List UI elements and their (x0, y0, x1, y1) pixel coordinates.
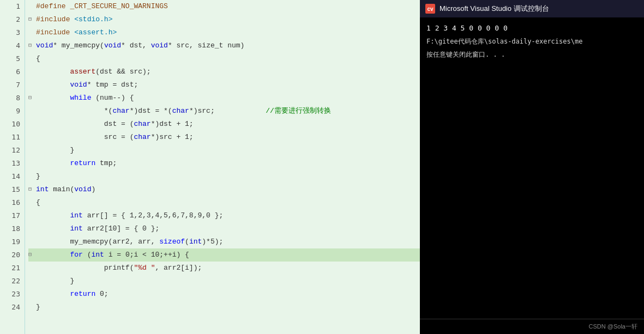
code-token: return (70, 288, 95, 301)
code-token: * dst, (121, 39, 151, 52)
code-token: #include (36, 13, 74, 26)
line-number-9: 9 (0, 105, 25, 118)
line-number-18: 18 (0, 222, 25, 235)
code-line-11: src = (char*)src + 1; (28, 131, 420, 144)
code-token: src = ( (36, 131, 134, 144)
code-token: main( (49, 183, 74, 196)
console-output-numbers: 1 2 3 4 5 0 0 0 0 0 (426, 23, 637, 34)
code-token (36, 78, 70, 92)
line-number-16: 16 (0, 196, 25, 209)
fold-button-8[interactable]: ⊟ (28, 92, 35, 105)
fold-button-2[interactable]: ⊟ (28, 13, 35, 26)
code-token: *)dst = *( (130, 105, 172, 118)
code-token: * my_memcpy( (53, 39, 104, 52)
code-token: i = 0;i < 10;++i) { (104, 248, 189, 262)
fold-button-15[interactable]: ⊟ (28, 183, 35, 196)
code-token: char (112, 105, 129, 118)
code-token: "%d " (134, 262, 155, 275)
code-token: while (70, 92, 91, 105)
code-line-16: { (28, 196, 420, 209)
code-line-20: ⊟ for (int i = 0;i < 10;++i) { (28, 248, 420, 262)
code-line-15: ⊟ int main(void) (28, 183, 420, 196)
code-area: 123456789101112131415161718192021222324 … (0, 0, 420, 334)
code-token: dst = ( (36, 118, 134, 131)
code-token: ) (91, 183, 95, 196)
code-token (36, 157, 70, 170)
line-number-20: 20 (0, 248, 25, 262)
code-token: void (74, 183, 91, 196)
code-token: ( (185, 235, 189, 248)
editor-panel: 123456789101112131415161718192021222324 … (0, 0, 420, 334)
console-footer: CSDN @Sola一轩 (420, 319, 644, 334)
code-token: my_memcpy(arr2, arr, (36, 235, 159, 248)
code-token: } (36, 170, 40, 183)
line-number-8: 8 (0, 92, 25, 105)
code-line-3: #include <assert.h> (28, 26, 420, 39)
code-token: #define _CRT_SECURE_NO_WARNINGS (36, 0, 168, 13)
code-token: return (70, 157, 95, 170)
code-token: { (36, 196, 40, 209)
line-number-24: 24 (0, 301, 25, 314)
code-token: ( (83, 248, 92, 262)
code-token: char (134, 118, 151, 131)
code-line-9: *(char*)dst = *(char*)src; //需要进行强制转换 (28, 105, 420, 118)
line-number-22: 22 (0, 275, 25, 288)
line-number-14: 14 (0, 170, 25, 183)
code-token: void (104, 39, 121, 52)
code-line-2: ⊟ #include <stdio.h> (28, 13, 420, 26)
console-title-bar: cv Microsoft Visual Studio 调试控制台 (420, 0, 644, 17)
code-token: tmp; (95, 157, 117, 170)
line-number-7: 7 (0, 78, 25, 92)
code-line-19: my_memcpy(arr2, arr, sizeof(int)*5); (28, 235, 420, 248)
code-line-24: } (28, 301, 420, 314)
code-token: *)src; (189, 105, 215, 118)
line-number-5: 5 (0, 52, 25, 65)
code-token: } (36, 144, 74, 157)
code-token: //需要进行强制转换 (215, 105, 331, 118)
line-number-12: 12 (0, 144, 25, 157)
code-token: int (91, 248, 104, 262)
console-path: F:\gitee代码仓库\solas-daily-exercises\me (426, 36, 637, 47)
line-number-11: 11 (0, 131, 25, 144)
code-line-17: int arr[] = { 1,2,3,4,5,6,7,8,9,0 }; (28, 209, 420, 222)
code-token: void (70, 78, 87, 92)
code-token: #include (36, 26, 74, 39)
fold-button-4[interactable]: ⊟ (28, 39, 35, 52)
code-token: *( (36, 105, 112, 118)
line-number-4: 4 (0, 39, 25, 52)
code-token: void (36, 39, 53, 52)
code-line-21: printf("%d ", arr2[i]); (28, 262, 420, 275)
line-number-6: 6 (0, 65, 25, 78)
csdn-credit: CSDN @Sola一轩 (589, 323, 637, 331)
code-token: int (189, 235, 202, 248)
code-line-5: { (28, 52, 420, 65)
code-token: (num--) { (91, 92, 134, 105)
line-number-13: 13 (0, 157, 25, 170)
code-token: , arr2[i]); (155, 262, 202, 275)
code-token: *)src + 1; (151, 131, 194, 144)
code-line-18: int arr2[10] = { 0 }; (28, 222, 420, 235)
console-title: Microsoft Visual Studio 调试控制台 (440, 4, 549, 14)
line-number-10: 10 (0, 118, 25, 131)
code-token: sizeof (159, 235, 185, 248)
code-token: char (134, 131, 151, 144)
code-token: * tmp = dst; (87, 78, 139, 92)
visual-studio-icon: cv (425, 4, 435, 14)
code-token: * src, size_t num) (168, 39, 244, 52)
code-line-8: ⊟ while (num--) { (28, 92, 420, 105)
line-number-3: 3 (0, 26, 25, 39)
fold-button-20[interactable]: ⊟ (28, 248, 35, 262)
code-line-10: dst = (char*)dst + 1; (28, 118, 420, 131)
code-token: *)dst + 1; (151, 118, 194, 131)
line-number-1: 1 (0, 0, 25, 13)
console-body: 1 2 3 4 5 0 0 0 0 0 F:\gitee代码仓库\solas-d… (420, 17, 644, 319)
code-token (36, 222, 70, 235)
code-token: <stdio.h> (74, 13, 112, 26)
code-token: for (70, 248, 82, 262)
code-token: (dst && src); (95, 65, 151, 78)
code-token: assert (36, 65, 95, 78)
code-token (36, 92, 70, 105)
console-panel: cv Microsoft Visual Studio 调试控制台 1 2 3 4… (420, 0, 644, 334)
code-line-13: return tmp; (28, 157, 420, 170)
code-line-12: } (28, 144, 420, 157)
